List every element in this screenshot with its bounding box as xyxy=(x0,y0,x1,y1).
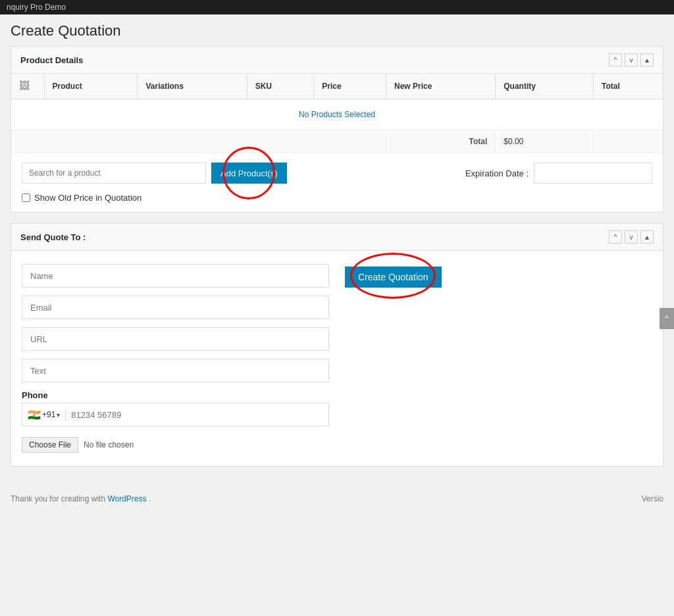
send-quote-panel: Send Quote To : ^ v ▲ Phone xyxy=(11,223,663,467)
no-file-text: No file chosen xyxy=(84,440,134,449)
create-btn-wrapper: Create Quotation xyxy=(345,264,442,288)
search-and-add: Add Product(s) xyxy=(22,163,287,184)
total-empty xyxy=(593,130,663,153)
table-header-row: 🖼 Product Variations SKU Price New Price… xyxy=(11,74,663,99)
product-panel-header: Product Details ^ v ▲ xyxy=(11,47,663,74)
wordpress-link[interactable]: WordPress xyxy=(107,494,146,503)
send-quote-panel-controls: ^ v ▲ xyxy=(609,230,654,244)
send-quote-expand-btn[interactable]: ▲ xyxy=(640,230,654,244)
total-row: Total $0.00 xyxy=(11,130,663,153)
create-quotation-button[interactable]: Create Quotation xyxy=(345,267,442,288)
footer-prefix: Thank you for creating with xyxy=(11,494,107,503)
app-title: nquiry Pro Demo xyxy=(7,3,66,12)
footer: Thank you for creating with WordPress . … xyxy=(0,488,674,510)
page-title: Create Quotation xyxy=(0,14,674,46)
email-input[interactable] xyxy=(22,295,329,319)
image-icon: 🖼 xyxy=(19,80,30,91)
form-right: Create Quotation xyxy=(345,264,652,288)
file-section: Choose File No file chosen xyxy=(22,437,329,453)
phone-dropdown-icon: ▾ xyxy=(57,411,60,419)
india-flag-icon: 🇮🇳 xyxy=(28,409,41,421)
col-sku: SKU xyxy=(247,74,314,99)
col-quantity: Quantity xyxy=(496,74,594,99)
phone-label: Phone xyxy=(22,390,329,400)
panel-collapse-up-btn[interactable]: ^ xyxy=(609,53,622,66)
add-products-button[interactable]: Add Product(s) xyxy=(211,163,287,184)
phone-number-input[interactable] xyxy=(66,403,328,426)
no-products-message: No Products Selected xyxy=(11,99,663,130)
phone-section: Phone 🇮🇳 +91 ▾ xyxy=(22,390,329,426)
product-panel-body: 🖼 Product Variations SKU Price New Price… xyxy=(11,74,663,212)
footer-text: Thank you for creating with WordPress . xyxy=(11,494,151,503)
panel-expand-btn[interactable]: ▲ xyxy=(640,53,654,66)
send-quote-panel-body: Phone 🇮🇳 +91 ▾ Choose File No fi xyxy=(11,251,663,466)
show-old-price-row: Show Old Price in Quotation xyxy=(11,193,663,212)
expiration-date-input[interactable] xyxy=(534,163,652,184)
url-input[interactable] xyxy=(22,327,329,351)
product-table: 🖼 Product Variations SKU Price New Price… xyxy=(11,74,663,153)
total-spacer xyxy=(11,130,386,153)
total-value: $0.00 xyxy=(496,130,594,153)
product-panel-title: Product Details xyxy=(20,55,83,65)
expiration-label: Expiration Date : xyxy=(465,168,529,178)
send-quote-collapse-down-btn[interactable]: v xyxy=(625,230,638,244)
show-old-price-checkbox[interactable] xyxy=(22,193,30,202)
expiration-section: Expiration Date : xyxy=(465,163,652,184)
product-panel-controls: ^ v ▲ xyxy=(609,53,654,66)
phone-code: +91 xyxy=(42,410,55,419)
send-quote-form: Phone 🇮🇳 +91 ▾ Choose File No fi xyxy=(11,251,663,466)
col-price: Price xyxy=(314,74,386,99)
col-total: Total xyxy=(593,74,663,99)
panel-collapse-down-btn[interactable]: v xyxy=(625,53,638,66)
col-variations: Variations xyxy=(138,74,247,99)
no-products-row: No Products Selected xyxy=(11,99,663,130)
phone-input-wrapper: 🇮🇳 +91 ▾ xyxy=(22,403,329,426)
add-btn-wrapper: Add Product(s) xyxy=(211,163,287,184)
send-quote-collapse-up-btn[interactable]: ^ xyxy=(609,230,622,244)
total-label: Total xyxy=(386,130,496,153)
top-bar: nquiry Pro Demo xyxy=(0,0,674,14)
text-input[interactable] xyxy=(22,359,329,382)
send-quote-panel-title: Send Quote To : xyxy=(20,232,86,242)
show-old-price-label: Show Old Price in Quotation xyxy=(34,193,142,203)
footer-period: . xyxy=(149,494,151,503)
scroll-top-button[interactable]: ^ xyxy=(660,308,674,329)
send-quote-panel-header: Send Quote To : ^ v ▲ xyxy=(11,224,663,251)
phone-flag-selector[interactable]: 🇮🇳 +91 ▾ xyxy=(22,409,66,421)
form-left: Phone 🇮🇳 +91 ▾ Choose File No fi xyxy=(22,264,329,453)
col-image: 🖼 xyxy=(11,74,44,99)
product-panel-bottom: Add Product(s) Expiration Date : xyxy=(11,153,663,193)
main-content: Product Details ^ v ▲ 🖼 Product Variatio… xyxy=(0,46,674,488)
search-product-input[interactable] xyxy=(22,163,206,184)
col-product: Product xyxy=(44,74,138,99)
name-input[interactable] xyxy=(22,264,329,288)
product-details-panel: Product Details ^ v ▲ 🖼 Product Variatio… xyxy=(11,46,663,213)
version-text: Versio xyxy=(642,494,663,503)
choose-file-button[interactable]: Choose File xyxy=(22,437,78,453)
col-new-price: New Price xyxy=(386,74,496,99)
